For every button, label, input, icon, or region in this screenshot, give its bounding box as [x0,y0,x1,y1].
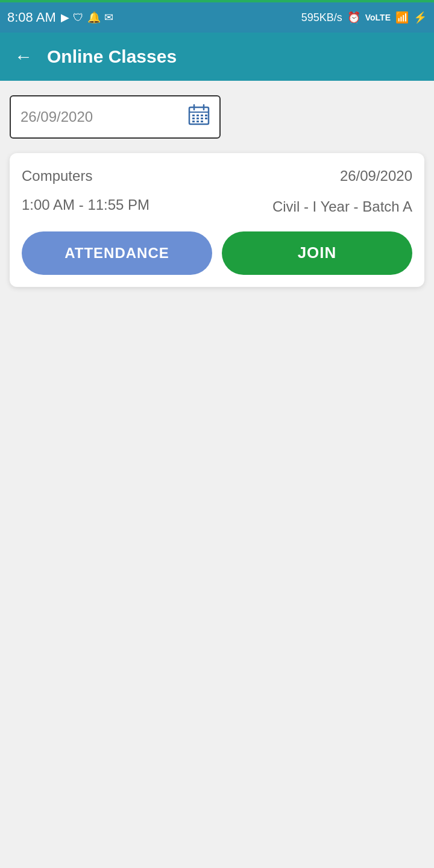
page-title: Online Classes [47,46,177,67]
calendar-icon[interactable] [188,104,210,130]
svg-rect-5 [197,115,199,116]
network-speed: 595KB/s [301,11,342,24]
svg-rect-8 [192,118,195,119]
youtube-icon: ▶ [61,11,69,24]
svg-rect-11 [205,118,207,119]
app-bar: ← Online Classes [0,33,434,81]
status-bar-left: 8:08 AM ▶ 🛡 🔔 ✉ [7,10,113,25]
svg-rect-7 [205,115,207,116]
status-time: 8:08 AM [7,10,56,25]
content-area: 26/09/2020 [0,81,434,868]
gmail-icon: ✉ [104,11,113,24]
svg-rect-4 [192,115,195,116]
svg-rect-14 [201,121,203,122]
class-subject: Computers [22,168,92,184]
class-batch: Civil - I Year - Batch A [272,197,412,217]
join-button[interactable]: JOIN [222,231,412,275]
class-time: 1:00 AM - 11:55 PM [22,197,149,213]
alarm-icon: ⏰ [347,11,360,24]
class-date: 26/09/2020 [340,168,412,184]
card-time-row: 1:00 AM - 11:55 PM Civil - I Year - Batc… [22,197,412,217]
shield-icon: 🛡 [73,11,84,24]
svg-rect-10 [201,118,203,119]
svg-rect-13 [197,121,199,122]
card-header: Computers 26/09/2020 [22,168,412,184]
back-button[interactable]: ← [12,44,35,69]
svg-rect-12 [192,121,195,122]
class-card: Computers 26/09/2020 1:00 AM - 11:55 PM … [10,153,424,287]
svg-rect-9 [197,118,199,119]
status-bar-right: 595KB/s ⏰ VoLTE 📶 ⚡ [301,11,427,24]
svg-rect-6 [201,115,203,116]
signal-icon: 📶 [395,11,409,24]
status-icons: ▶ 🛡 🔔 ✉ [61,11,113,24]
card-buttons: ATTENDANCE JOIN [22,231,412,275]
status-bar: 8:08 AM ▶ 🛡 🔔 ✉ 595KB/s ⏰ VoLTE 📶 ⚡ [0,2,434,33]
notification-icon: 🔔 [87,11,101,24]
attendance-button[interactable]: ATTENDANCE [22,231,212,275]
battery-icon: ⚡ [414,11,427,24]
date-picker[interactable]: 26/09/2020 [10,95,221,139]
volte-icon: VoLTE [365,13,391,22]
date-picker-value: 26/09/2020 [20,108,93,125]
